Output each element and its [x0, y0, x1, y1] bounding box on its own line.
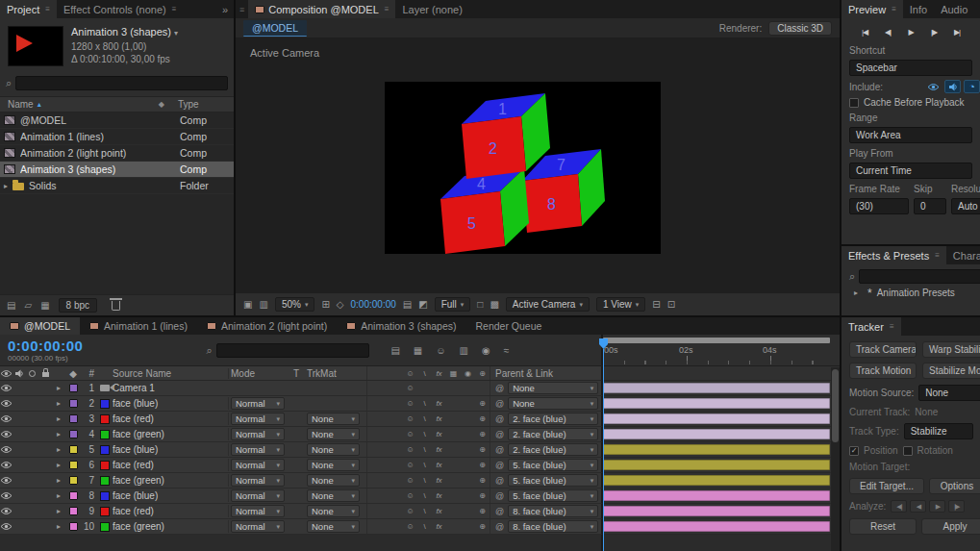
blend-mode-dropdown[interactable]: Normal▾: [231, 428, 285, 440]
main-view-icon[interactable]: ▥: [259, 299, 267, 310]
blend-mode-dropdown[interactable]: Normal▾: [231, 397, 285, 410]
pick-whip-icon[interactable]: @: [495, 399, 504, 409]
layer-expander[interactable]: ▸: [52, 476, 65, 485]
transport-button[interactable]: |◀: [855, 25, 874, 39]
column-mode[interactable]: Mode: [228, 368, 286, 379]
layer-row[interactable]: ▸ 4 face (green) Normal▾: [0, 427, 840, 442]
tab-audio[interactable]: Audio: [934, 0, 974, 18]
edit-target-button[interactable]: Edit Target...: [849, 478, 924, 494]
layer-duration-bar[interactable]: [603, 475, 830, 486]
3d-layer-toggle[interactable]: ⊕: [475, 461, 490, 469]
trkmat-dropdown[interactable]: None▾: [307, 443, 360, 456]
project-table-header[interactable]: Name ▴ ◆ Type: [0, 97, 234, 113]
roi-icon[interactable]: □: [477, 299, 483, 310]
animation-presets-item[interactable]: ▸ * Animation Presets: [849, 288, 972, 298]
quality-toggle[interactable]: \: [417, 491, 432, 500]
shy-toggle[interactable]: ☺: [403, 507, 417, 515]
3d-layer-toggle[interactable]: ⊕: [475, 414, 490, 423]
panel-menu-icon[interactable]: ≡: [385, 5, 389, 13]
stabilize-motion-button[interactable]: Stabilize Motion: [922, 363, 980, 379]
analyze-button[interactable]: ▶: [929, 500, 945, 513]
timeline-search-input[interactable]: [216, 343, 370, 358]
quality-column-icon[interactable]: \: [417, 369, 432, 378]
frame-rate-dropdown[interactable]: (30): [849, 198, 909, 214]
layer-visibility-toggle[interactable]: [0, 399, 13, 408]
project-item-row[interactable]: ▸ Animation 1 (lines) Comp: [0, 129, 234, 145]
effects-toggle[interactable]: fx: [432, 461, 446, 469]
cache-before-playback-checkbox[interactable]: Cache Before Playback: [849, 97, 972, 108]
3d-layer-toggle[interactable]: ⊕: [475, 430, 490, 438]
layer-lock-toggle[interactable]: [39, 430, 53, 438]
analyze-button[interactable]: ◀|: [891, 500, 907, 513]
include-video-icon[interactable]: [925, 80, 942, 93]
track-camera-button[interactable]: Track Camera: [849, 341, 917, 358]
hide-shy-icon[interactable]: ☺: [436, 345, 445, 356]
layer-audio-toggle[interactable]: [13, 507, 27, 515]
pick-whip-icon[interactable]: @: [495, 522, 504, 532]
tab-info[interactable]: Info: [903, 0, 934, 18]
timeline-tab[interactable]: Animation 1 (lines): [80, 317, 197, 335]
layer-name[interactable]: face (blue): [113, 490, 228, 501]
label-column-icon[interactable]: ◆: [65, 368, 81, 379]
options-button[interactable]: Options: [929, 478, 980, 494]
column-name[interactable]: Name: [8, 99, 34, 110]
parent-dropdown[interactable]: 8. face (blue)▾: [508, 520, 598, 533]
motion-blur-column-icon[interactable]: ◉: [461, 369, 475, 378]
analyze-button[interactable]: |▶: [948, 500, 965, 513]
layer-solo-toggle[interactable]: [26, 414, 39, 423]
3d-layer-toggle[interactable]: ⊕: [475, 476, 490, 485]
effects-toggle[interactable]: fx: [432, 414, 446, 423]
trkmat-dropdown[interactable]: None▾: [307, 505, 360, 517]
panel-menu-icon[interactable]: ≡: [45, 5, 50, 13]
timeline-tab[interactable]: Render Queue: [465, 317, 551, 335]
project-item-row[interactable]: ▸ Animation 3 (shapes) Comp: [0, 162, 234, 178]
layer-expander[interactable]: ▸: [52, 445, 65, 454]
layer-lock-toggle[interactable]: [39, 507, 53, 515]
layer-audio-toggle[interactable]: [13, 461, 27, 469]
blend-mode-dropdown[interactable]: Normal▾: [231, 459, 285, 471]
parent-dropdown[interactable]: 2. face (blue)▾: [508, 413, 598, 425]
trkmat-dropdown[interactable]: None▾: [307, 459, 360, 471]
current-time-display[interactable]: 0:00:00:00: [351, 299, 396, 310]
tab-effects-presets[interactable]: Effects & Presets ≡: [842, 246, 946, 264]
layer-visibility-toggle[interactable]: [0, 384, 13, 392]
layer-visibility-toggle[interactable]: [0, 507, 13, 515]
parent-dropdown[interactable]: 5. face (blue)▾: [508, 489, 598, 502]
layer-row[interactable]: ▸ 7 face (green) Normal▾: [0, 473, 840, 488]
layer-duration-bar[interactable]: [603, 413, 830, 424]
warp-stabilizer-button[interactable]: Warp Stabilizer: [922, 341, 980, 358]
chevron-down-icon[interactable]: ▾: [174, 29, 178, 38]
shy-toggle[interactable]: ☺: [403, 461, 417, 469]
shy-toggle[interactable]: ☺: [403, 399, 417, 408]
effects-search-input[interactable]: [859, 269, 980, 284]
trkmat-dropdown[interactable]: None▾: [307, 474, 360, 487]
label-color-chip[interactable]: [69, 522, 78, 531]
3d-layer-toggle[interactable]: ⊕: [475, 399, 490, 408]
tab-overflow-button[interactable]: »: [216, 0, 234, 18]
interpret-footage-icon[interactable]: ▤: [7, 300, 15, 311]
quality-toggle[interactable]: \: [417, 461, 432, 469]
panel-grip-icon[interactable]: ≡: [236, 0, 248, 18]
shy-toggle[interactable]: ☺: [403, 430, 417, 438]
layer-duration-bar[interactable]: [603, 521, 830, 532]
layer-row[interactable]: ▸ 2 face (blue) Normal▾: [0, 396, 840, 412]
layer-lock-toggle[interactable]: [39, 384, 53, 392]
blend-mode-dropdown[interactable]: Normal▾: [231, 505, 285, 517]
apply-button[interactable]: Apply: [921, 518, 980, 535]
motion-source-dropdown[interactable]: None: [918, 385, 980, 401]
layer-visibility-toggle[interactable]: [0, 414, 13, 423]
twirl-icon[interactable]: ▸: [849, 288, 863, 297]
transport-button[interactable]: |▶: [924, 25, 943, 39]
parent-dropdown[interactable]: None▾: [508, 397, 598, 410]
project-item-row[interactable]: ▸ Animation 2 (light point) Comp: [0, 145, 234, 162]
panel-menu-icon[interactable]: ≡: [935, 251, 940, 260]
column-t[interactable]: T: [286, 368, 307, 379]
tab-preview[interactable]: Preview ≡: [842, 0, 903, 18]
tab-composition[interactable]: Composition @MODEL ≡: [248, 0, 395, 18]
layer-expander[interactable]: ▸: [52, 461, 65, 469]
3d-layer-toggle[interactable]: ⊕: [475, 522, 490, 531]
resolution-dropdown[interactable]: Full▾: [435, 297, 471, 312]
quality-toggle[interactable]: \: [417, 399, 432, 408]
blend-mode-dropdown[interactable]: Normal▾: [231, 443, 285, 456]
renderer-button[interactable]: Classic 3D: [768, 21, 832, 36]
